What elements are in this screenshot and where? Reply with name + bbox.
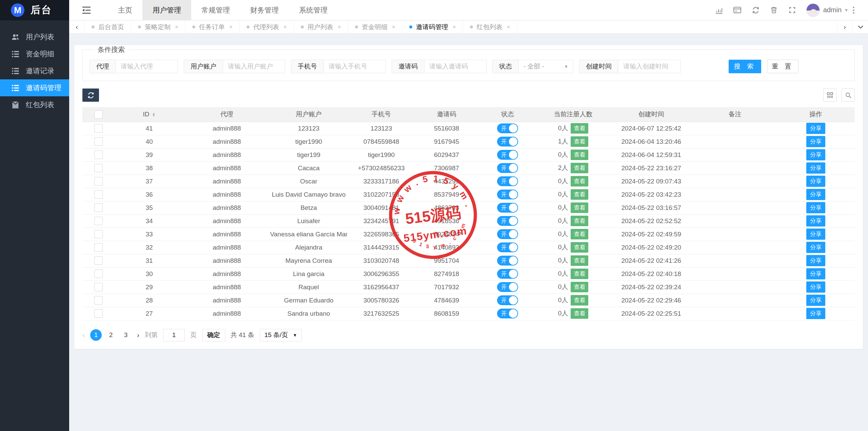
tab-close-icon[interactable]: × xyxy=(507,24,510,31)
prev-page-icon[interactable]: ‹ xyxy=(82,331,85,339)
share-button[interactable]: 分享 xyxy=(806,281,825,293)
status-toggle[interactable]: 开 xyxy=(497,295,518,305)
share-button[interactable]: 分享 xyxy=(806,229,825,240)
sort-icon[interactable]: ▲▼ xyxy=(152,113,156,117)
row-checkbox[interactable] xyxy=(94,309,103,318)
share-button[interactable]: 分享 xyxy=(806,308,825,319)
row-checkbox[interactable] xyxy=(94,217,103,225)
tabs-scroll-right[interactable]: › xyxy=(837,21,852,33)
status-toggle[interactable]: 开 xyxy=(497,229,518,239)
row-checkbox[interactable] xyxy=(94,270,103,278)
status-toggle[interactable]: 开 xyxy=(497,269,518,279)
collapse-sidebar-icon[interactable] xyxy=(81,4,92,16)
share-button[interactable]: 分享 xyxy=(806,189,825,200)
share-button[interactable]: 分享 xyxy=(806,242,825,253)
share-button[interactable]: 分享 xyxy=(806,295,825,306)
view-button[interactable]: 查看 xyxy=(571,189,588,200)
row-checkbox[interactable] xyxy=(94,124,103,133)
search-input-手机号[interactable] xyxy=(323,60,386,73)
status-toggle[interactable]: 开 xyxy=(497,256,518,266)
view-button[interactable]: 查看 xyxy=(571,295,588,306)
select-all-checkbox[interactable] xyxy=(94,110,103,119)
tab-用户列表[interactable]: 用户列表× xyxy=(294,21,348,33)
nav-item-用户管理[interactable]: 用户管理 xyxy=(142,0,191,20)
reset-button[interactable]: 重 置 xyxy=(767,60,798,73)
sidebar-item-邀请记录[interactable]: 邀请记录 xyxy=(0,62,69,79)
avatar[interactable] xyxy=(806,3,820,17)
view-button[interactable]: 查看 xyxy=(571,229,588,239)
status-toggle[interactable]: 开 xyxy=(497,203,518,213)
more-vertical-icon[interactable] xyxy=(848,0,859,20)
tab-后台首页[interactable]: 后台首页 xyxy=(85,21,131,33)
row-checkbox[interactable] xyxy=(94,164,103,172)
share-button[interactable]: 分享 xyxy=(806,162,825,174)
sidebar-item-资金明细[interactable]: 资金明细 xyxy=(0,45,69,62)
tabs-scroll-left[interactable]: ‹ xyxy=(69,21,85,33)
columns-icon[interactable] xyxy=(823,89,836,102)
status-toggle[interactable]: 开 xyxy=(497,282,518,292)
nav-item-财务管理[interactable]: 财务管理 xyxy=(240,0,289,20)
tab-close-icon[interactable]: × xyxy=(283,24,287,31)
status-toggle[interactable]: 开 xyxy=(497,309,518,318)
card-icon[interactable] xyxy=(728,0,747,20)
row-checkbox[interactable] xyxy=(94,230,103,238)
view-button[interactable]: 查看 xyxy=(571,282,588,292)
view-button[interactable]: 查看 xyxy=(571,123,588,134)
fullscreen-icon[interactable] xyxy=(783,0,802,20)
share-button[interactable]: 分享 xyxy=(806,123,825,134)
search-toggle-icon[interactable] xyxy=(842,89,855,102)
tab-close-icon[interactable]: × xyxy=(338,24,341,31)
row-checkbox[interactable] xyxy=(94,283,103,291)
goto-confirm-button[interactable]: 确定 xyxy=(202,329,225,341)
status-toggle[interactable]: 开 xyxy=(497,163,518,173)
row-checkbox[interactable] xyxy=(94,137,103,146)
page-number-3[interactable]: 3 xyxy=(120,329,132,341)
share-button[interactable]: 分享 xyxy=(806,255,825,266)
view-button[interactable]: 查看 xyxy=(571,308,588,319)
trash-icon[interactable] xyxy=(765,0,783,20)
sidebar-item-用户列表[interactable]: 用户列表 xyxy=(0,28,69,45)
page-number-1[interactable]: 1 xyxy=(90,329,102,341)
tab-红包列表[interactable]: 红包列表× xyxy=(463,21,517,33)
nav-item-常规管理[interactable]: 常规管理 xyxy=(191,0,240,20)
page-number-2[interactable]: 2 xyxy=(105,329,117,341)
refresh-icon[interactable] xyxy=(747,0,765,20)
tab-close-icon[interactable]: × xyxy=(453,24,456,31)
status-toggle[interactable]: 开 xyxy=(497,137,518,146)
share-button[interactable]: 分享 xyxy=(806,215,825,227)
status-toggle[interactable]: 开 xyxy=(497,150,518,160)
tabs-dropdown-icon[interactable] xyxy=(852,21,868,33)
view-button[interactable]: 查看 xyxy=(571,216,588,226)
share-button[interactable]: 分享 xyxy=(806,136,825,147)
row-checkbox[interactable] xyxy=(94,190,103,199)
view-button[interactable]: 查看 xyxy=(571,242,588,253)
search-input-邀请码[interactable] xyxy=(424,60,487,73)
share-button[interactable]: 分享 xyxy=(806,149,825,160)
tab-策略定制[interactable]: 策略定制× xyxy=(131,21,185,33)
view-button[interactable]: 查看 xyxy=(571,163,588,173)
tab-邀请码管理[interactable]: 邀请码管理× xyxy=(402,21,463,33)
view-button[interactable]: 查看 xyxy=(571,176,588,187)
row-checkbox[interactable] xyxy=(94,243,103,252)
search-button[interactable]: 搜 索 xyxy=(729,60,761,73)
sidebar-item-邀请码管理[interactable]: 邀请码管理 xyxy=(0,79,69,96)
row-checkbox[interactable] xyxy=(94,203,103,212)
tab-任务订单[interactable]: 任务订单× xyxy=(185,21,240,33)
share-button[interactable]: 分享 xyxy=(806,268,825,279)
status-toggle[interactable]: 开 xyxy=(497,216,518,226)
tab-close-icon[interactable]: × xyxy=(229,24,233,31)
status-toggle[interactable]: 开 xyxy=(497,176,518,186)
search-input-用户账户[interactable] xyxy=(223,60,285,73)
view-button[interactable]: 查看 xyxy=(571,269,588,279)
view-button[interactable]: 查看 xyxy=(571,150,588,160)
share-button[interactable]: 分享 xyxy=(806,202,825,213)
search-input-创建时间[interactable] xyxy=(618,60,680,73)
user-menu[interactable]: admin ▼ xyxy=(823,6,848,14)
tab-close-icon[interactable]: × xyxy=(392,24,395,31)
row-checkbox[interactable] xyxy=(94,256,103,265)
refresh-table-button[interactable] xyxy=(82,89,99,102)
page-size-select[interactable]: 15 条/页 ▼ xyxy=(260,329,302,341)
nav-item-系统管理[interactable]: 系统管理 xyxy=(289,0,338,20)
tab-close-icon[interactable]: × xyxy=(175,24,178,31)
nav-item-主页[interactable]: 主页 xyxy=(108,0,142,20)
